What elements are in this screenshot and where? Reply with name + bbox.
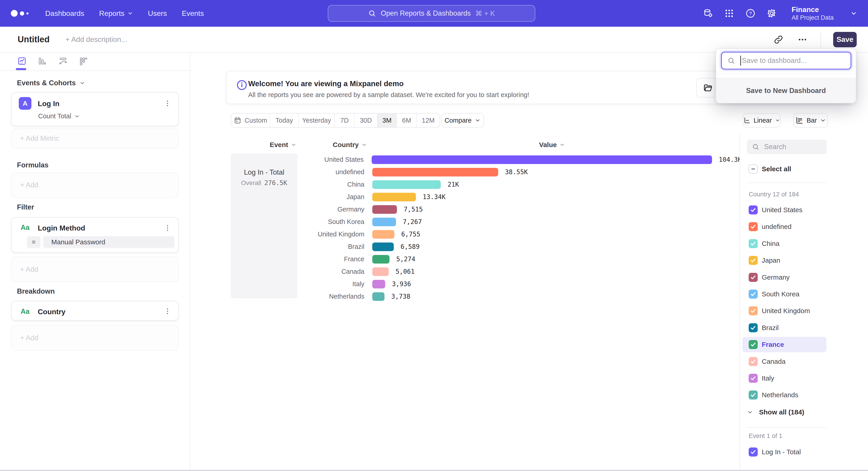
kebab-menu-icon[interactable] <box>162 222 173 234</box>
checkbox-france[interactable] <box>749 340 758 349</box>
checkbox-brazil[interactable] <box>749 323 758 332</box>
bar[interactable] <box>372 217 396 226</box>
column-header-value[interactable]: Value <box>532 141 572 149</box>
filter-value[interactable]: Manual Password <box>43 236 175 248</box>
country-row-germany[interactable]: Germany <box>740 269 868 286</box>
country-row-japan[interactable]: Japan <box>740 252 868 269</box>
metric-name[interactable]: Log In <box>38 99 59 108</box>
bar-row-italy: Italy3,936 <box>231 278 742 290</box>
add-filter-button[interactable]: + Add <box>11 257 179 282</box>
breakdown-property-name[interactable]: Country <box>38 308 66 316</box>
country-row-france[interactable]: France <box>740 336 868 353</box>
nav-link-reports[interactable]: Reports <box>99 9 133 18</box>
date-range-30d[interactable]: 30D <box>355 114 377 127</box>
bar-category-label: Germany <box>231 206 364 213</box>
checkbox-italy[interactable] <box>749 374 758 383</box>
checkbox-japan[interactable] <box>749 256 758 265</box>
bar[interactable] <box>372 280 385 289</box>
checkbox-south-korea[interactable] <box>749 290 758 299</box>
chart-type-button[interactable]: Bar <box>794 113 828 127</box>
checkbox-germany[interactable] <box>749 273 758 282</box>
filter-operator[interactable]: = <box>27 236 40 248</box>
country-row-united-states[interactable]: United States <box>740 202 868 218</box>
filter-property-name[interactable]: Login Method <box>38 224 85 232</box>
mixpanel-logo-icon[interactable] <box>11 10 33 17</box>
bar[interactable] <box>372 255 390 264</box>
section-events-cohorts[interactable]: Events & Cohorts <box>17 79 85 87</box>
bar[interactable] <box>372 180 441 189</box>
country-row-brazil[interactable]: Brazil <box>740 319 868 336</box>
nav-link-dashboards[interactable]: Dashboards <box>45 9 84 18</box>
column-header-event[interactable]: Event <box>260 141 306 149</box>
nav-link-events[interactable]: Events <box>182 9 204 18</box>
save-to-new-dashboard-button[interactable]: Save to New Dashboard <box>716 78 856 103</box>
checkbox-china[interactable] <box>749 239 758 248</box>
add-metric-button[interactable]: + Add Metric <box>11 128 179 148</box>
date-range-7d[interactable]: 7D <box>335 114 355 127</box>
segment-search-input[interactable]: Search <box>747 140 827 154</box>
checkbox-united-kingdom[interactable] <box>749 306 758 315</box>
bar[interactable] <box>372 242 394 251</box>
bar[interactable] <box>372 193 416 201</box>
breakdown-card-country[interactable]: Aa Country <box>11 301 179 321</box>
country-row-italy[interactable]: Italy <box>740 370 868 387</box>
add-breakdown-button[interactable]: + Add <box>11 325 179 351</box>
date-range-12m[interactable]: 12M <box>417 114 440 127</box>
show-all-button[interactable]: Show all (184) <box>747 405 804 419</box>
tab-insights[interactable] <box>17 56 27 66</box>
checkbox-united-states[interactable] <box>749 205 758 214</box>
more-options-icon[interactable] <box>797 34 808 46</box>
gear-icon[interactable] <box>766 8 777 19</box>
country-row-netherlands[interactable]: Netherlands <box>740 387 868 403</box>
help-icon[interactable]: ? <box>745 8 756 19</box>
report-title[interactable]: Untitled <box>18 35 50 45</box>
bar[interactable] <box>372 230 395 239</box>
kebab-menu-icon[interactable] <box>162 97 173 109</box>
bar-row-germany: Germany7,515 <box>231 203 742 215</box>
country-row-undefined[interactable]: undefined <box>740 218 868 235</box>
date-range-3m[interactable]: 3M <box>377 114 397 127</box>
date-range-6m[interactable]: 6M <box>397 114 417 127</box>
apps-grid-icon[interactable] <box>724 8 735 19</box>
data-management-icon[interactable] <box>703 8 713 19</box>
bar[interactable] <box>372 267 389 276</box>
checkbox-log-in-total[interactable] <box>749 447 758 457</box>
copy-link-icon[interactable] <box>773 34 784 46</box>
compare-button[interactable]: Compare <box>441 113 484 127</box>
project-switcher[interactable]: Finance All Project Data <box>792 5 834 22</box>
tab-funnels[interactable] <box>37 56 47 66</box>
save-to-dashboard-input[interactable]: Save to dashboard... <box>721 52 851 69</box>
country-row-china[interactable]: China <box>740 235 868 252</box>
tab-retention[interactable] <box>78 56 89 66</box>
date-range-yesterday[interactable]: Yesterday <box>299 114 335 127</box>
global-search-button[interactable]: Open Reports & Dashboards ⌘ + K <box>328 5 535 22</box>
add-formula-button[interactable]: + Add <box>11 172 179 198</box>
bar[interactable] <box>372 155 712 164</box>
bar[interactable] <box>372 168 498 176</box>
bar[interactable] <box>372 205 397 214</box>
scale-selector-button[interactable]: Linear <box>743 113 780 127</box>
kebab-menu-icon[interactable] <box>162 305 173 317</box>
country-row-canada[interactable]: Canada <box>740 353 868 370</box>
column-header-country[interactable]: Country <box>333 141 367 149</box>
country-row-south-korea[interactable]: South Korea <box>740 286 868 302</box>
select-all-row[interactable]: Select all <box>740 160 868 177</box>
filter-card-login-method[interactable]: Aa Login Method = Manual Password <box>11 217 179 253</box>
save-button[interactable]: Save <box>833 32 857 47</box>
date-range-today[interactable]: Today <box>270 114 299 127</box>
select-all-checkbox[interactable] <box>749 165 758 174</box>
date-range-custom[interactable]: Custom <box>231 114 270 127</box>
metric-card-log-in[interactable]: A Log In Count Total <box>11 92 179 126</box>
bar-category-label: France <box>231 256 364 263</box>
add-description-field[interactable]: + Add description... <box>65 35 127 44</box>
country-row-united-kingdom[interactable]: United Kingdom <box>740 302 868 319</box>
checkbox-canada[interactable] <box>749 357 758 366</box>
chevron-down-icon[interactable] <box>850 10 857 17</box>
nav-link-users[interactable]: Users <box>148 9 167 18</box>
tab-flows[interactable] <box>58 56 68 66</box>
metric-aggregation[interactable]: Count Total <box>38 112 80 120</box>
checkbox-netherlands[interactable] <box>749 390 758 400</box>
event-row-log-in-total[interactable]: Log In - Total <box>740 444 868 460</box>
checkbox-undefined[interactable] <box>749 222 758 231</box>
bar[interactable] <box>372 292 384 301</box>
